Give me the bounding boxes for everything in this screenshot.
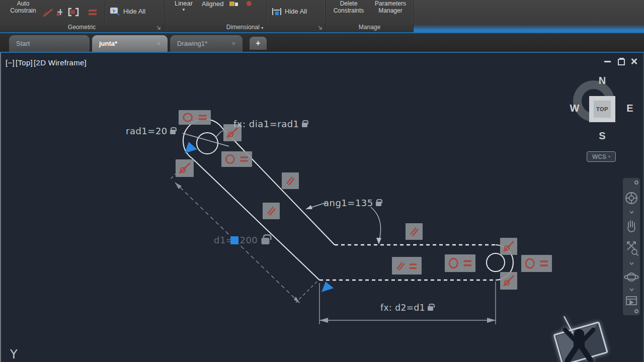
- circle-equal-constraint-badge[interactable]: [179, 110, 211, 125]
- dimension-d1[interactable]: d1= 200: [214, 235, 268, 245]
- hide-all-label: Hide All: [285, 8, 307, 15]
- viewport-view-control[interactable]: [Top]: [15, 58, 33, 67]
- dia1-text: fx: dia1=rad1: [233, 119, 299, 129]
- tangent-constraint-badge[interactable]: [500, 238, 517, 255]
- dimension-ang1[interactable]: ang1=135: [324, 198, 381, 208]
- auto-constrain-button[interactable]: Auto Constrain: [4, 0, 42, 14]
- drawing-viewport[interactable]: [−] [Top] [2D Wireframe] rad1=20 fx: dia…: [0, 52, 644, 362]
- dimensional-dialog-launcher-icon[interactable]: [317, 25, 323, 31]
- restore-icon[interactable]: [617, 58, 624, 64]
- viewcube-top-face[interactable]: TOP: [589, 96, 615, 122]
- tab-start-label: Start: [16, 40, 30, 47]
- chevron-down-icon[interactable]: [630, 211, 633, 213]
- d2-text: fx: d2=d1: [380, 303, 425, 313]
- ang1-text: ang1=135: [324, 198, 373, 208]
- parameters-manager-label-1: Parameters: [370, 0, 411, 7]
- geometric-panel: Auto Constrain Hide All: [0, 0, 164, 32]
- lock-icon: [170, 130, 176, 134]
- viewport-menu-control[interactable]: [−]: [5, 58, 15, 67]
- dimensional-mini-icons[interactable]: [229, 1, 259, 7]
- lock-icon: [428, 306, 433, 311]
- viewport-visual-style-control[interactable]: [2D Wireframe]: [33, 58, 87, 67]
- zoom-extents-icon[interactable]: [627, 242, 638, 256]
- navigation-wheel-icon[interactable]: [626, 193, 637, 204]
- lock-icon: [376, 202, 381, 206]
- dimensional-panel-dropdown-icon[interactable]: ▾: [261, 26, 263, 30]
- chevron-down-icon[interactable]: [630, 262, 633, 264]
- circle-equal-constraint-badge[interactable]: [521, 255, 552, 272]
- linear-dimension-button[interactable]: Linear ▾: [173, 0, 195, 12]
- lock-icon: [262, 237, 270, 244]
- viewcube-north[interactable]: N: [595, 75, 610, 86]
- dimensional-panel: Linear ▾ Aligned Hide All Dimensional ▾: [165, 0, 326, 32]
- d1-value-text: 200: [239, 235, 258, 245]
- navbar-close-icon[interactable]: [635, 181, 638, 184]
- manage-panel-title[interactable]: Manage: [326, 23, 413, 32]
- pan-hand-icon[interactable]: [628, 221, 635, 232]
- viewcube-west[interactable]: W: [567, 103, 582, 114]
- constraint-badge-layer: [0, 53, 644, 362]
- parallel-constraint-badge[interactable]: [406, 223, 423, 240]
- dimensional-panel-title[interactable]: Dimensional ▾: [165, 23, 325, 32]
- minimize-icon[interactable]: [604, 58, 611, 64]
- ucs-y-axis-label: Y: [10, 347, 18, 361]
- auto-constrain-label-1: Auto: [4, 0, 42, 7]
- viewport-controls: [−] [Top] [2D Wireframe]: [5, 58, 87, 67]
- delete-constraints-button[interactable]: Delete Constraints: [330, 0, 367, 14]
- manage-panel-title-text: Manage: [359, 24, 380, 31]
- parameters-manager-button[interactable]: Parameters Manager: [370, 0, 411, 14]
- file-tab-bar: Start junta* × Drawing1* × +: [0, 33, 644, 52]
- tab-drawing1-close-icon[interactable]: ×: [218, 40, 235, 47]
- show-motion-icon[interactable]: [626, 297, 636, 305]
- ribbon: Auto Constrain Hide All: [0, 0, 644, 33]
- dimensional-panel-title-text: Dimensional: [226, 24, 260, 31]
- chevron-down-icon[interactable]: [630, 289, 633, 291]
- geometric-hide-all-button[interactable]: Hide All: [110, 7, 145, 17]
- parameters-manager-label-2: Manager: [370, 7, 411, 14]
- geometric-dialog-launcher-icon[interactable]: [156, 25, 162, 31]
- ribbon-empty-area: [414, 0, 644, 32]
- viewcube-south[interactable]: S: [595, 130, 610, 142]
- hide-all-dimensional-icon: [271, 7, 282, 17]
- new-tab-button[interactable]: +: [250, 37, 267, 50]
- manage-panel: Delete Constraints Parameters Manager Ma…: [326, 0, 414, 32]
- circle-equal-constraint-badge[interactable]: [221, 151, 252, 167]
- navbar-customize-icon[interactable]: [635, 310, 638, 313]
- close-icon[interactable]: [630, 58, 637, 64]
- tab-junta-close-icon[interactable]: ×: [143, 40, 160, 47]
- navigation-bar: [623, 178, 640, 315]
- circle-equal-constraint-badge[interactable]: [445, 254, 475, 272]
- chevron-down-icon: ▾: [608, 154, 610, 159]
- parallel-constraint-badge[interactable]: [282, 172, 299, 189]
- lock-icon: [302, 123, 307, 127]
- geometric-constraint-icons[interactable]: [42, 6, 102, 19]
- orbit-icon[interactable]: [624, 273, 638, 281]
- autocad-window: Auto Constrain Hide All: [0, 0, 644, 362]
- wcs-dropdown-button[interactable]: WCS ▾: [587, 151, 616, 162]
- rad1-text: rad1=20: [126, 126, 168, 136]
- dimension-dia1[interactable]: fx: dia1=rad1: [233, 119, 307, 129]
- tangent-constraint-badge[interactable]: [176, 159, 194, 177]
- hide-all-label: Hide All: [123, 8, 145, 15]
- tangent-constraint-badge[interactable]: [500, 272, 517, 290]
- parallel-constraint-badge[interactable]: [263, 203, 280, 219]
- delete-constraints-label-2: Constraints: [330, 7, 367, 14]
- linear-label: Linear: [173, 0, 195, 7]
- drawing-window-controls: [604, 58, 637, 64]
- aligned-dimension-button[interactable]: Aligned: [202, 1, 223, 8]
- dimensional-hide-all-button[interactable]: Hide All: [271, 7, 307, 17]
- square-grip[interactable]: [230, 236, 238, 244]
- tab-drawing1[interactable]: Drawing1* ×: [170, 35, 243, 52]
- tab-junta[interactable]: junta* ×: [92, 35, 168, 52]
- geometric-panel-title[interactable]: Geometric: [0, 23, 164, 32]
- dimension-rad1[interactable]: rad1=20: [126, 126, 176, 136]
- tab-start[interactable]: Start: [9, 35, 90, 52]
- parallel-equal-constraint-badge[interactable]: [392, 257, 422, 275]
- auto-constrain-label-2: Constrain: [4, 7, 42, 14]
- tab-drawing1-label: Drawing1*: [177, 40, 207, 47]
- viewcube-east[interactable]: E: [622, 103, 637, 114]
- linear-dropdown-icon[interactable]: ▾: [173, 7, 195, 12]
- geometric-panel-title-text: Geometric: [68, 24, 96, 31]
- delete-constraints-label-1: Delete: [330, 0, 367, 7]
- dimension-d2[interactable]: fx: d2=d1: [380, 303, 433, 313]
